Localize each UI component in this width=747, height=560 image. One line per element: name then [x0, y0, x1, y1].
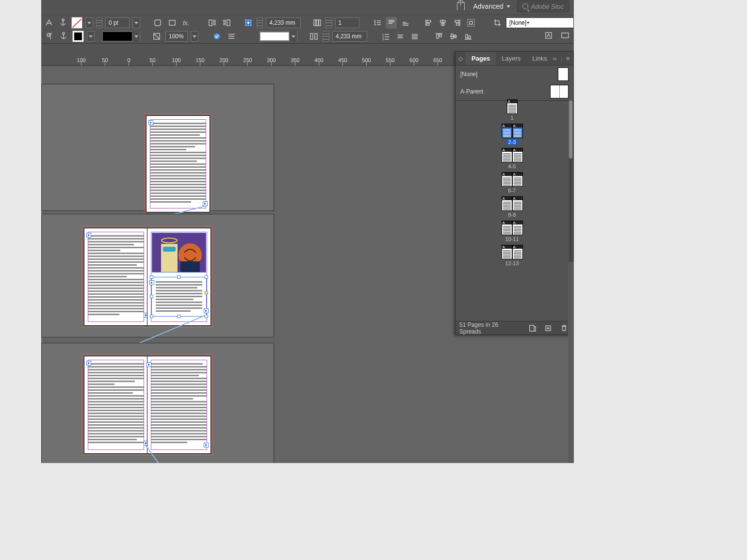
pages-count-label: 51 Pages in 26 Spreads: [459, 321, 518, 335]
gutter-field[interactable]: 4,233 mm: [332, 31, 367, 42]
zoom-dropdown[interactable]: [191, 31, 198, 42]
text-wrap-left-icon[interactable]: [207, 17, 218, 29]
stroke-style-dropdown[interactable]: [132, 31, 140, 42]
gutter-stepper[interactable]: [323, 31, 329, 42]
justify-center-icon[interactable]: [394, 31, 406, 42]
character-formatting-icon[interactable]: [43, 17, 54, 29]
page-2[interactable]: [84, 228, 147, 325]
tab-layers[interactable]: Layers: [496, 52, 526, 65]
chevron-down-icon: [506, 5, 510, 8]
fill-swatch-none[interactable]: [71, 17, 82, 29]
in-port-icon[interactable]: [86, 233, 91, 238]
stroke-weight-dropdown[interactable]: [132, 17, 140, 28]
page-1[interactable]: [146, 116, 210, 212]
pages-panel: ◇ Pages Layers Links ›› | ≡ [None] A-Par…: [455, 51, 574, 335]
columns-stepper[interactable]: [325, 17, 332, 28]
align-to-page-icon[interactable]: [466, 17, 477, 29]
align-top-icon[interactable]: [386, 17, 397, 29]
svg-rect-26: [468, 19, 474, 26]
image-frame[interactable]: [152, 233, 206, 272]
text-frame-greek: [146, 116, 210, 212]
align-right-edges-icon[interactable]: [452, 17, 463, 29]
columns-field[interactable]: 1: [335, 17, 359, 28]
align-left-edges-icon[interactable]: [423, 17, 435, 29]
spread-thumb[interactable]: AA2-3: [455, 124, 568, 145]
page-4[interactable]: [84, 356, 147, 453]
stroke-dropdown[interactable]: [87, 31, 95, 42]
clear-override-icon[interactable]: [226, 31, 237, 42]
tab-pages[interactable]: Pages: [466, 52, 496, 65]
selected-text-frame[interactable]: [151, 277, 207, 317]
pages-panel-footer: 51 Pages in 26 Spreads: [455, 321, 573, 335]
spread-thumb[interactable]: A1: [455, 99, 568, 121]
spread-label: 4-5: [508, 163, 516, 169]
zoom-field[interactable]: 100%: [165, 31, 188, 42]
control-bar: 0 pt fx. 4,233 mm 1: [41, 15, 574, 44]
svg-point-28: [63, 32, 65, 34]
share-icon[interactable]: [455, 0, 467, 12]
spread-thumb[interactable]: AA12-13: [455, 245, 568, 266]
master-none[interactable]: [None]: [455, 65, 573, 83]
fx-icon[interactable]: fx.: [180, 17, 192, 29]
corner-options-icon[interactable]: [152, 17, 163, 29]
spread-thumb[interactable]: AA6-7: [455, 172, 568, 193]
reference-point-icon[interactable]: [243, 17, 254, 29]
auto-fit-icon[interactable]: [211, 31, 223, 42]
page-thumbnails-list[interactable]: A1AA2-3AA4-5AA6-7AA8-9AA10-11AA12-13: [455, 96, 568, 320]
in-port-icon[interactable]: [148, 120, 153, 125]
stroke-style-swatch[interactable]: [103, 32, 132, 41]
svg-rect-10: [250, 22, 252, 24]
scrollbar-thumb[interactable]: [569, 100, 572, 159]
gap-stepper[interactable]: [257, 17, 263, 28]
panel-menu-icon[interactable]: ≡: [566, 55, 569, 62]
page-3[interactable]: [147, 228, 211, 325]
rectangle-icon[interactable]: [166, 17, 178, 29]
stroke-weight-field[interactable]: 0 pt: [105, 17, 130, 28]
spread-label: 12-13: [505, 260, 519, 266]
numbered-list-icon[interactable]: 123: [380, 31, 391, 42]
anchor-icon[interactable]: [57, 17, 68, 29]
align-top-edges-icon[interactable]: [433, 31, 445, 42]
stroke-weight-stepper[interactable]: [96, 17, 102, 28]
adobe-stock-search[interactable]: Adobe Stoc: [517, 0, 569, 12]
new-page-icon[interactable]: [543, 322, 553, 334]
fill-style-dropdown[interactable]: [289, 31, 297, 42]
panel-tabs: ◇ Pages Layers Links ›› | ≡: [455, 52, 573, 65]
stroke-swatch[interactable]: [72, 31, 84, 42]
crop-icon[interactable]: [492, 17, 503, 29]
justify-full-icon[interactable]: [409, 31, 421, 42]
spread-thumb[interactable]: AA8-9: [455, 196, 568, 218]
edit-page-size-icon[interactable]: [527, 322, 538, 334]
expand-panel-icon[interactable]: [559, 30, 571, 41]
align-hcenter-icon[interactable]: [438, 17, 449, 29]
fill-style-swatch[interactable]: [260, 32, 289, 41]
in-port-icon[interactable]: [86, 361, 91, 366]
paragraph-formatting-icon[interactable]: [43, 31, 55, 42]
page-5[interactable]: [147, 356, 211, 453]
in-port-icon[interactable]: [146, 362, 151, 367]
collapse-icon[interactable]: ››: [553, 55, 557, 62]
tab-links[interactable]: Links: [526, 52, 552, 65]
svg-rect-36: [437, 34, 438, 38]
svg-rect-37: [439, 34, 441, 37]
svg-rect-4: [227, 20, 230, 26]
svg-point-0: [62, 19, 64, 21]
out-port-icon[interactable]: [204, 443, 209, 448]
spread-thumb[interactable]: AA10-11: [455, 221, 568, 242]
align-vcenter-icon[interactable]: [448, 31, 459, 42]
columns-icon[interactable]: [311, 17, 323, 29]
gap-field[interactable]: 4,233 mm: [266, 17, 301, 28]
paragraph-style-field[interactable]: [None]+: [506, 17, 574, 28]
quick-apply-icon[interactable]: [543, 30, 554, 41]
anchor2-icon[interactable]: [58, 31, 69, 42]
spread-thumb[interactable]: AA4-5: [455, 148, 568, 169]
bullets-icon[interactable]: [372, 17, 383, 29]
gutter-icon[interactable]: [308, 31, 320, 42]
align-bottom-icon[interactable]: [400, 17, 411, 29]
workspace-switcher[interactable]: Advanced: [473, 2, 510, 10]
align-bottom-edges-icon[interactable]: [462, 31, 474, 42]
text-wrap-right-icon[interactable]: [221, 17, 232, 29]
no-wrap-icon[interactable]: [151, 31, 162, 42]
fill-dropdown[interactable]: [85, 17, 93, 28]
window-scrollbar[interactable]: [568, 262, 574, 463]
